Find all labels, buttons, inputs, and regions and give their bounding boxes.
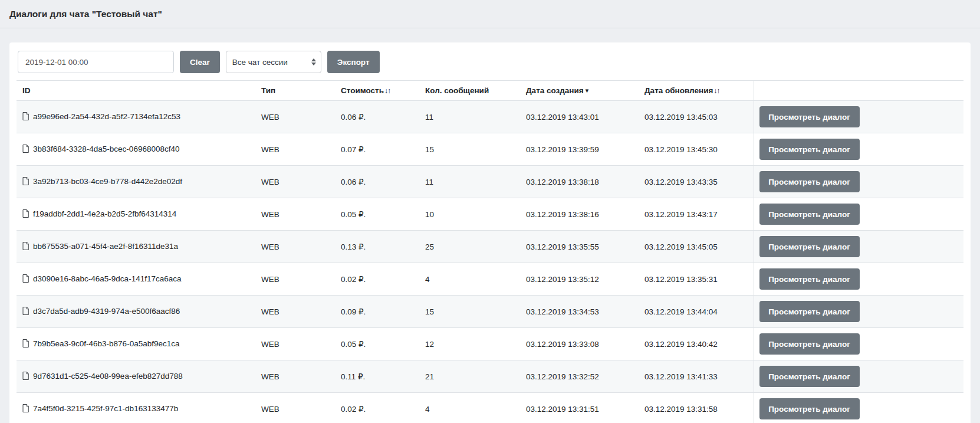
view-dialog-button[interactable]: Просмотреть диалог [759,301,860,322]
column-label: Кол. сообщений [425,86,489,95]
created-cell: 03.12.2019 13:32:52 [520,360,639,393]
document-icon [22,112,29,122]
clear-button[interactable]: Clear [180,51,220,73]
column-header[interactable]: Дата обновления↓↑ [639,81,754,101]
column-header[interactable]: Дата создания▼ [520,81,639,101]
dialog-id: f19addbf-2dd1-4e2a-b2d5-2fbf64314314 [33,209,176,218]
action-cell: Просмотреть диалог [754,101,963,133]
view-dialog-button[interactable]: Просмотреть диалог [759,366,860,387]
sort-icon: ↓↑ [713,87,719,95]
cost-cell: 0.06 ₽. [335,166,419,198]
type-cell: WEB [255,198,335,231]
table-row: 9d7631d1-c525-4e08-99ea-efeb827dd788 WEB… [17,360,963,393]
updated-cell: 03.12.2019 13:31:58 [639,393,754,423]
action-cell: Просмотреть диалог [754,263,963,296]
view-dialog-button[interactable]: Просмотреть диалог [759,106,860,127]
created-cell: 03.12.2019 13:38:16 [520,198,639,231]
sort-icon: ↓↑ [384,87,390,95]
view-dialog-button[interactable]: Просмотреть диалог [759,204,860,225]
dialog-id: d3c7da5d-adb9-4319-974a-e500f6aacf86 [33,307,180,316]
id-cell: 7a4f5f0d-3215-425f-97c1-db163133477b [17,393,255,423]
id-cell: d3090e16-8abc-46a5-9dca-141f17ca6aca [17,263,255,296]
action-cell: Просмотреть диалог [754,296,963,328]
view-dialog-button[interactable]: Просмотреть диалог [759,333,860,355]
column-label: Тип [261,86,275,95]
updated-cell: 03.12.2019 13:45:30 [639,133,754,166]
table-row: a99e96ed-2a54-432d-a5f2-7134efa12c53 WEB… [17,101,963,133]
page-header: Диалоги для чата "Тестовый чат" [0,0,980,28]
view-dialog-button[interactable]: Просмотреть диалог [759,268,860,290]
table-row: 3a92b713-bc03-4ce9-b778-d442e2de02df WEB… [17,166,963,198]
dialog-id: a99e96ed-2a54-432d-a5f2-7134efa12c53 [33,112,180,121]
type-cell: WEB [255,133,335,166]
column-header[interactable]: Стоимость↓↑ [335,81,419,101]
view-dialog-button[interactable]: Просмотреть диалог [759,139,860,160]
created-cell: 03.12.2019 13:38:18 [520,166,639,198]
updated-cell: 03.12.2019 13:43:17 [639,198,754,231]
action-cell: Просмотреть диалог [754,328,963,360]
id-cell: 7b9b5ea3-9c0f-46b3-b876-0a5abf9ec1ca [17,328,255,360]
cost-cell: 0.06 ₽. [335,101,419,133]
dialogs-table: IDТипСтоимость↓↑Кол. сообщенийДата созда… [17,80,963,423]
document-icon [22,307,29,317]
id-cell: 9d7631d1-c525-4e08-99ea-efeb827dd788 [17,360,255,393]
export-button[interactable]: Экспорт [327,51,380,73]
updated-cell: 03.12.2019 13:41:33 [639,360,754,393]
created-cell: 03.12.2019 13:35:12 [520,263,639,296]
table-row: 7b9b5ea3-9c0f-46b3-b876-0a5abf9ec1ca WEB… [17,328,963,360]
column-header [754,81,963,101]
view-dialog-button[interactable]: Просмотреть диалог [759,171,860,192]
messages-cell: 11 [419,101,520,133]
cost-cell: 0.02 ₽. [335,393,419,423]
action-cell: Просмотреть диалог [754,393,963,423]
table-row: bb675535-a071-45f4-ae2f-8f16311de31a WEB… [17,231,963,263]
sort-icon: ▼ [584,87,590,94]
updated-cell: 03.12.2019 13:35:31 [639,263,754,296]
action-cell: Просмотреть диалог [754,198,963,231]
action-cell: Просмотреть диалог [754,133,963,166]
updated-cell: 03.12.2019 13:45:03 [639,101,754,133]
table-row: 7a4f5f0d-3215-425f-97c1-db163133477b WEB… [17,393,963,423]
column-label: Дата создания [526,86,584,95]
type-cell: WEB [255,231,335,263]
cost-cell: 0.07 ₽. [335,133,419,166]
document-icon [22,404,29,414]
view-dialog-button[interactable]: Просмотреть диалог [759,398,860,419]
created-cell: 03.12.2019 13:43:01 [520,101,639,133]
table-row: f19addbf-2dd1-4e2a-b2d5-2fbf64314314 WEB… [17,198,963,231]
created-cell: 03.12.2019 13:31:51 [520,393,639,423]
messages-cell: 15 [419,133,520,166]
view-dialog-button[interactable]: Просмотреть диалог [759,236,860,257]
action-cell: Просмотреть диалог [754,360,963,393]
cost-cell: 0.02 ₽. [335,263,419,296]
created-cell: 03.12.2019 13:34:53 [520,296,639,328]
created-cell: 03.12.2019 13:33:08 [520,328,639,360]
messages-cell: 10 [419,198,520,231]
id-cell: 3a92b713-bc03-4ce9-b778-d442e2de02df [17,166,255,198]
updated-cell: 03.12.2019 13:45:05 [639,231,754,263]
messages-cell: 4 [419,263,520,296]
dialog-id: 9d7631d1-c525-4e08-99ea-efeb827dd788 [33,372,183,381]
table-row: 3b83f684-3328-4da5-bcec-06968008cf40 WEB… [17,133,963,166]
type-cell: WEB [255,360,335,393]
document-icon [22,209,29,219]
filter-bar: Clear Все чат сессии Экспорт [18,51,962,73]
messages-cell: 12 [419,328,520,360]
dialog-id: d3090e16-8abc-46a5-9dca-141f17ca6aca [33,274,181,283]
cost-cell: 0.05 ₽. [335,198,419,231]
cost-cell: 0.05 ₽. [335,328,419,360]
table-row: d3c7da5d-adb9-4319-974a-e500f6aacf86 WEB… [17,296,963,328]
session-select-wrap: Все чат сессии [226,51,321,73]
created-cell: 03.12.2019 13:39:59 [520,133,639,166]
column-label: Дата обновления [644,86,713,95]
type-cell: WEB [255,263,335,296]
id-cell: d3c7da5d-adb9-4319-974a-e500f6aacf86 [17,296,255,328]
type-cell: WEB [255,393,335,423]
dialog-id: 7b9b5ea3-9c0f-46b3-b876-0a5abf9ec1ca [33,339,179,348]
document-icon [22,242,29,252]
session-filter-select[interactable]: Все чат сессии [226,51,321,73]
dialog-id: 3b83f684-3328-4da5-bcec-06968008cf40 [33,145,179,153]
document-icon [22,274,29,284]
table-row: d3090e16-8abc-46a5-9dca-141f17ca6aca WEB… [17,263,963,296]
date-filter-input[interactable] [18,51,174,73]
